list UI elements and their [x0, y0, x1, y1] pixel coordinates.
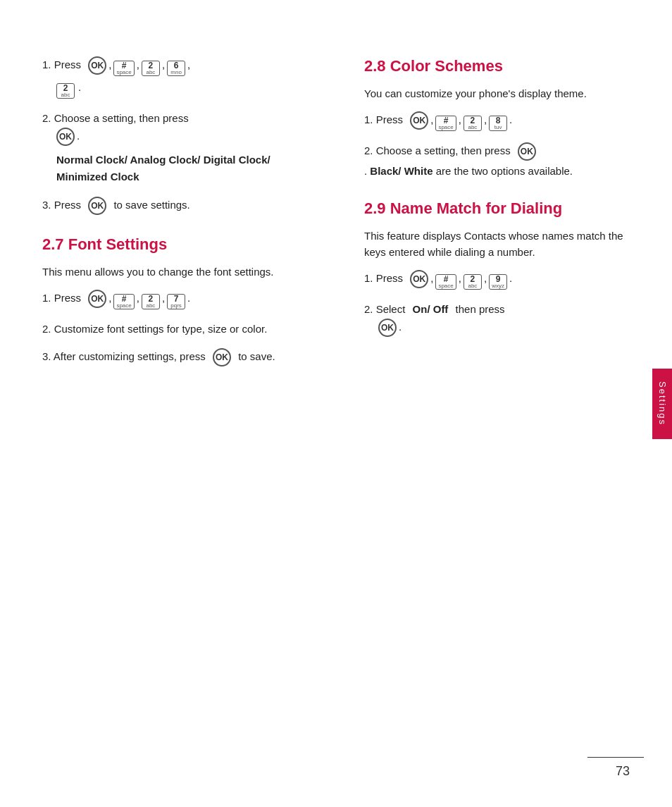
- s29-step1: 1. Press OK , # space , 2 abc , 9: [364, 270, 630, 290]
- key-9wxyz-29: 9 wxyz: [489, 274, 507, 290]
- s27-step3-suffix: to save.: [238, 348, 275, 364]
- left-step3: 3. Press OK to save settings.: [42, 197, 308, 215]
- s27-step3: 3. After customizing settings, press OK …: [42, 348, 308, 366]
- s28-step1-prefix: 1. Press: [364, 111, 403, 128]
- s28-step2-middle: . Black/ White are the two options avail…: [364, 163, 573, 179]
- section29-title: 2.9 Name Match for Dialing: [364, 199, 630, 219]
- key-6mno-1: 6 mno: [167, 61, 185, 76]
- key-hash-27: # space: [113, 294, 134, 309]
- key-ok-28-1: OK: [410, 111, 428, 130]
- section-28: 2.8 Color Schemes You can customize your…: [364, 56, 630, 179]
- s27-step2-text: 2. Customize font settings for type, siz…: [42, 323, 267, 335]
- key-ok-1: OK: [88, 56, 106, 75]
- section27-body: This menu allows you to change the font …: [42, 264, 308, 280]
- section27-title: 2.7 Font Settings: [42, 235, 308, 255]
- sidebar-tab: Settings: [652, 369, 672, 439]
- key-7pqrs-27: 7 pqrs: [167, 294, 185, 309]
- s29-step2: 2. Select On/ Off then press OK .: [364, 301, 630, 337]
- section-27: 2.7 Font Settings This menu allows you t…: [42, 235, 308, 366]
- s27-step3-prefix: 3. After customizing settings, press: [42, 348, 206, 364]
- key-hash-1: # space: [113, 61, 134, 76]
- s29-step2-bold: On/ Off: [413, 301, 449, 317]
- left-step3-prefix: 3. Press: [42, 197, 81, 213]
- key-ok-3: OK: [88, 197, 106, 215]
- s28-step2-prefix: 2. Choose a setting, then press: [364, 142, 511, 159]
- sidebar-label: Settings: [657, 381, 668, 426]
- section28-title: 2.8 Color Schemes: [364, 56, 630, 77]
- s27-step1-prefix: 1. Press: [42, 290, 81, 306]
- left-step3-suffix: to save settings.: [113, 197, 189, 213]
- key-2abc-28: 2 abc: [463, 116, 482, 131]
- key-2abc-27: 2 abc: [142, 294, 160, 309]
- page-number-line: [587, 757, 644, 758]
- page-content: 1. Press OK , # space , 2 abc , 6 mno: [0, 0, 672, 807]
- key-ok-29-1: OK: [410, 270, 428, 288]
- left-column: 1. Press OK , # space , 2 abc , 6 mno: [42, 56, 322, 765]
- key-ok-27-3: OK: [213, 348, 231, 366]
- key-hash-28: # space: [435, 116, 456, 131]
- key-ok-27-1: OK: [88, 290, 106, 308]
- s28-step2: 2. Choose a setting, then press OK . Bla…: [364, 142, 630, 179]
- left-step2-prefix: 2. Choose a setting, then press: [42, 110, 189, 126]
- left-step1: 1. Press OK , # space , 2 abc , 6 mno: [42, 56, 308, 99]
- s29-step2-prefix: 2. Select: [364, 301, 405, 317]
- s28-step1: 1. Press OK , # space , 2 abc , 8: [364, 111, 630, 131]
- left-note: Normal Clock/ Analog Clock/ Digital Cloc…: [56, 152, 308, 185]
- left-step1-prefix: 1. Press: [42, 56, 81, 73]
- key-ok-28-2: OK: [518, 142, 536, 161]
- key-2abc-1: 2 abc: [142, 61, 160, 76]
- key-ok-2: OK: [56, 128, 75, 146]
- key-8tuv-28: 8 tuv: [489, 116, 507, 131]
- s27-step2: 2. Customize font settings for type, siz…: [42, 321, 308, 337]
- section28-body: You can customize your phone's display t…: [364, 85, 630, 101]
- s29-step2-middle: then press: [456, 301, 505, 317]
- s27-step1: 1. Press OK , # space , 2 abc , 7: [42, 290, 308, 309]
- left-step2: 2. Choose a setting, then press OK . Nor…: [42, 110, 308, 185]
- key-hash-29: # space: [435, 274, 456, 290]
- page-number: 73: [616, 764, 630, 779]
- section29-body: This feature displays Contacts whose nam…: [364, 228, 630, 261]
- key-2abc-1b: 2 abc: [56, 83, 75, 99]
- s29-step1-prefix: 1. Press: [364, 270, 403, 286]
- right-column: 2.8 Color Schemes You can customize your…: [350, 56, 630, 765]
- key-ok-29-2: OK: [378, 319, 397, 337]
- key-2abc-29: 2 abc: [463, 274, 482, 290]
- section-29: 2.9 Name Match for Dialing This feature …: [364, 199, 630, 337]
